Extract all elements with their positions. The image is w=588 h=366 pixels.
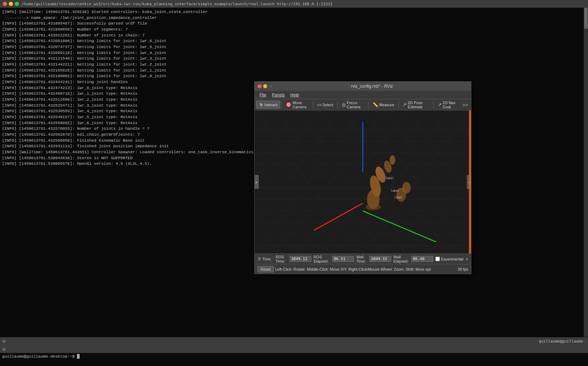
nav-goal-label: 2D Nav Goal — [443, 101, 457, 109]
experimental-checkbox[interactable] — [435, 257, 440, 261]
toolbar-sep-5 — [399, 101, 399, 108]
rviz-left-panel-toggle[interactable]: ▶ — [255, 175, 259, 189]
time-icon: ⏱ — [257, 257, 261, 261]
svg-text:label: label — [386, 176, 394, 180]
terminal-bottom-icon: ⊟ — [3, 347, 6, 352]
terminal-minimize-btn[interactable] — [9, 2, 13, 6]
terminal-title: /home/guillaume/roscode/catkin_ws3/src/k… — [22, 2, 332, 6]
move-camera-label: Move Camera — [292, 101, 309, 109]
rviz-interact-btn[interactable]: 🖱 Interact — [256, 101, 280, 109]
toolbar-expand-btn[interactable]: >> — [461, 102, 470, 108]
terminal-line: [INFO] [1450613761.432165625]: Getting l… — [2, 68, 586, 74]
terminal-bottom-bar: ⊟ — [0, 345, 588, 353]
rviz-titlebar: rviz_config.rviz* - RViz — [255, 82, 471, 91]
rviz-window: rviz_config.rviz* - RViz File Panels Hel… — [254, 81, 471, 274]
rviz-move-camera-btn[interactable]: 🎯 Move Camera — [283, 99, 311, 110]
experimental-checkbox-field: Experimental — [435, 257, 463, 261]
rviz-focus-camera-btn[interactable]: ◎ Focus Camera — [339, 99, 367, 110]
rviz-menu-help[interactable]: Help — [288, 92, 302, 98]
rviz-select-btn[interactable]: ▭ Select — [314, 101, 336, 109]
wall-time-input[interactable] — [369, 256, 391, 262]
terminal-window-controls — [3, 2, 19, 6]
svg-point-44 — [402, 182, 411, 194]
wall-time-label: Wall Time: — [356, 255, 368, 263]
select-label: Select — [323, 103, 333, 107]
rviz-resize-handle[interactable] — [469, 110, 471, 253]
statusbar-username: guillaume@guillaume- — [539, 339, 585, 344]
experimental-label: Experimental — [441, 257, 463, 261]
ros-time-input[interactable] — [290, 256, 311, 262]
terminal-close-btn[interactable] — [3, 2, 7, 6]
ros-elapsed-field: ROS Elapsed: — [313, 255, 354, 263]
rviz-time-panel: ⏱ Time ROS Time: ROS Elapsed: Wall Time:… — [255, 253, 471, 264]
rviz-menu-file[interactable]: File — [257, 92, 269, 98]
rviz-hint-text: Left-Click: Rotate. Middle-Click: Move X… — [275, 267, 431, 271]
toolbar-sep-2 — [313, 101, 313, 108]
wall-elapsed-input[interactable] — [411, 256, 433, 262]
ros-time-label: ROS Time: — [276, 255, 289, 263]
terminal-line: ---------> name_space: /lwr/joint_positi… — [2, 15, 586, 21]
time-panel-title: ⏱ Time — [257, 257, 271, 261]
time-panel-close-btn[interactable]: ✕ — [465, 256, 468, 262]
terminal-line: [INFO] [1450613761.432022262]: Number of… — [2, 33, 586, 39]
interact-icon: 🖱 — [259, 102, 263, 107]
terminal-line: [INFO] [1450613761.432051006]: Getting l… — [2, 38, 586, 44]
wall-elapsed-field: Wall Elapsed: — [393, 255, 433, 263]
terminal-maximize-btn[interactable] — [15, 2, 19, 6]
nav-goal-icon: ↗ — [438, 102, 442, 107]
pose-estimate-label: 2D Pose Estimate — [408, 101, 429, 109]
terminal-statusbar: ⊟ guillaume@guillaume- — [0, 337, 588, 345]
rviz-statusbar: Reset Left-Click: Rotate. Middle-Click: … — [255, 264, 471, 274]
rviz-minimize-btn[interactable] — [263, 84, 267, 88]
rviz-close-btn[interactable] — [257, 84, 262, 88]
terminal-line: [INFO] [1450613761.432144221]: Getting l… — [2, 62, 586, 68]
terminal-line: [INFO] [1450613761.432074737]: Getting l… — [2, 44, 586, 50]
terminal-line: [INFO] [1450613761.431999650]: Number of… — [2, 27, 586, 33]
rviz-toolbar: 🖱 Interact 🎯 Move Camera ▭ Select ◎ Focu… — [255, 99, 471, 110]
terminal-line: [INFO] [1450613761.432099119]: Getting l… — [2, 50, 586, 56]
terminal-line: [INFO] [WallTime: 1450613761.429236] Sta… — [2, 9, 586, 15]
terminal-line: [INFO] [1450613761.431895467]: Successfu… — [2, 21, 586, 27]
wall-elapsed-label: Wall Elapsed: — [393, 255, 410, 263]
rviz-3d-viewport[interactable]: label label label ▶ ◀ — [255, 110, 471, 253]
wall-time-field: Wall Time: — [356, 255, 391, 263]
rviz-measure-btn[interactable]: 📏 Measure — [370, 101, 397, 109]
rviz-grid: label label label — [255, 110, 471, 253]
terminal-bottom: ⊟ guillaume@guillaume-desktop:~$ | — [0, 345, 588, 366]
terminal-scrollbar[interactable] — [584, 8, 588, 337]
rviz-title: rviz_config.rviz* - RViz — [276, 84, 468, 89]
terminal-scrollbar-thumb[interactable] — [584, 8, 588, 29]
rviz-menubar: File Panels Help — [255, 91, 471, 99]
rviz-reset-btn[interactable]: Reset — [257, 266, 274, 272]
ros-elapsed-input[interactable] — [332, 256, 354, 262]
focus-camera-label: Focus Camera — [347, 101, 364, 109]
svg-point-42 — [390, 155, 395, 164]
ros-elapsed-label: ROS Elapsed: — [313, 255, 331, 263]
terminal-icon: ⊟ — [3, 339, 6, 344]
terminal-prompt: guillaume@guillaume-desktop:~$ — [2, 354, 77, 359]
terminal-prompt-area: guillaume@guillaume-desktop:~$ | — [0, 353, 588, 366]
statusbar-left: ⊟ — [3, 339, 6, 344]
terminal-line: [INFO] [1450613761.432186002]: Getting l… — [2, 73, 586, 79]
measure-label: Measure — [379, 103, 394, 107]
rviz-fps: 30 fps — [458, 267, 468, 271]
rviz-maximize-btn[interactable] — [269, 84, 273, 88]
interact-label: Interact — [264, 103, 277, 107]
terminal-line: [INFO] [1450613761.432121540]: Getting l… — [2, 56, 586, 62]
rviz-pose-estimate-btn[interactable]: ↗ 2D Pose Estimate — [400, 99, 432, 110]
rviz-nav-goal-btn[interactable]: ↗ 2D Nav Goal — [435, 99, 460, 110]
rviz-menu-panels[interactable]: Panels — [269, 92, 288, 98]
terminal-cursor: | — [77, 354, 79, 359]
select-icon: ▭ — [317, 102, 321, 107]
left-toggle-icon: ▶ — [256, 180, 258, 184]
toolbar-sep-4 — [368, 101, 368, 108]
pose-estimate-icon: ↗ — [403, 102, 407, 107]
move-camera-icon: 🎯 — [286, 102, 291, 107]
focus-camera-icon: ◎ — [342, 102, 346, 107]
measure-icon: 📏 — [373, 102, 378, 107]
rviz-window-controls — [257, 84, 273, 88]
ros-time-field: ROS Time: — [276, 255, 311, 263]
svg-text:label: label — [391, 189, 399, 192]
toolbar-sep-3 — [337, 101, 338, 108]
svg-text:label: label — [394, 196, 403, 199]
